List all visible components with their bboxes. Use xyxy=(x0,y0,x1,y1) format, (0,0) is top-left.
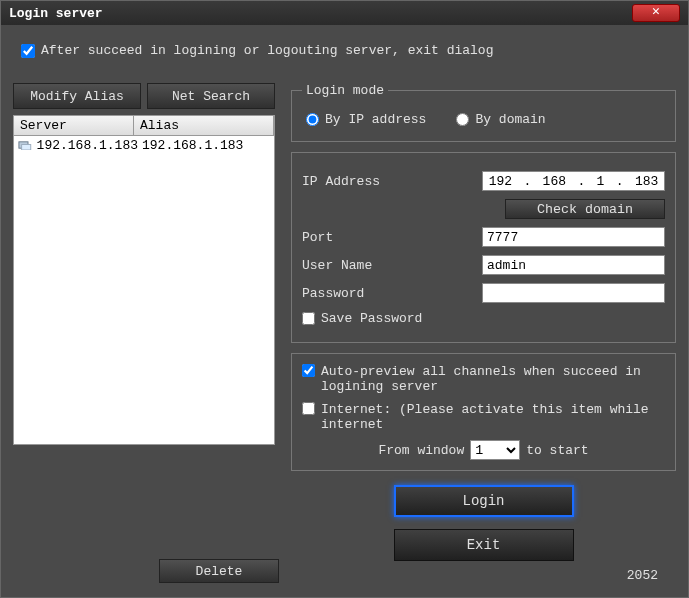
delete-button[interactable]: Delete xyxy=(159,559,279,583)
radio-by-domain[interactable]: By domain xyxy=(456,112,545,127)
login-mode-group: Login mode By IP address By domain xyxy=(291,83,676,142)
username-label: User Name xyxy=(302,258,482,273)
radio-by-ip[interactable]: By IP address xyxy=(306,112,426,127)
cell-server: 192.168.1.183 xyxy=(37,138,138,153)
password-input[interactable] xyxy=(482,283,665,303)
internet-checkbox[interactable] xyxy=(302,402,315,415)
internet-label: Internet: (Please activate this item whi… xyxy=(321,402,665,432)
exit-dialog-label: After succeed in logining or logouting s… xyxy=(41,43,493,58)
exit-dialog-checkbox[interactable] xyxy=(21,44,35,58)
username-input[interactable] xyxy=(482,255,665,275)
table-row[interactable]: 192.168.1.183 192.168.1.183 xyxy=(14,136,274,155)
close-button[interactable]: ✕ xyxy=(632,4,680,22)
port-label: Port xyxy=(302,230,482,245)
check-domain-button[interactable]: Check domain xyxy=(505,199,665,219)
status-number: 2052 xyxy=(627,568,658,583)
connection-form: IP Address 192 . 168 . 1 . 183 Check dom… xyxy=(291,152,676,343)
server-table: Server Alias 192.168.1.183 192.168.1.183 xyxy=(13,115,275,445)
options-box: Auto-preview all channels when succeed i… xyxy=(291,353,676,471)
titlebar: Login server ✕ xyxy=(1,1,688,25)
radio-by-domain-input[interactable] xyxy=(456,113,469,126)
login-mode-legend: Login mode xyxy=(302,83,388,98)
col-alias[interactable]: Alias xyxy=(134,116,274,135)
net-search-button[interactable]: Net Search xyxy=(147,83,275,109)
auto-preview-label: Auto-preview all channels when succeed i… xyxy=(321,364,665,394)
save-password-label: Save Password xyxy=(321,311,422,326)
from-window-select[interactable]: 1 xyxy=(470,440,520,460)
password-label: Password xyxy=(302,286,482,301)
modify-alias-button[interactable]: Modify Alias xyxy=(13,83,141,109)
server-icon xyxy=(18,140,33,152)
radio-by-domain-label: By domain xyxy=(475,112,545,127)
radio-by-ip-input[interactable] xyxy=(306,113,319,126)
save-password-checkbox[interactable] xyxy=(302,312,315,325)
col-server[interactable]: Server xyxy=(14,116,134,135)
window-title: Login server xyxy=(9,6,103,21)
cell-alias: 192.168.1.183 xyxy=(138,138,270,153)
svg-rect-1 xyxy=(22,144,31,149)
ip-address-input[interactable]: 192 . 168 . 1 . 183 xyxy=(482,171,665,191)
from-window-post: to start xyxy=(526,443,588,458)
login-button[interactable]: Login xyxy=(394,485,574,517)
ip-label: IP Address xyxy=(302,174,482,189)
from-window-pre: From window xyxy=(378,443,464,458)
radio-by-ip-label: By IP address xyxy=(325,112,426,127)
port-input[interactable] xyxy=(482,227,665,247)
auto-preview-checkbox[interactable] xyxy=(302,364,315,377)
exit-button[interactable]: Exit xyxy=(394,529,574,561)
